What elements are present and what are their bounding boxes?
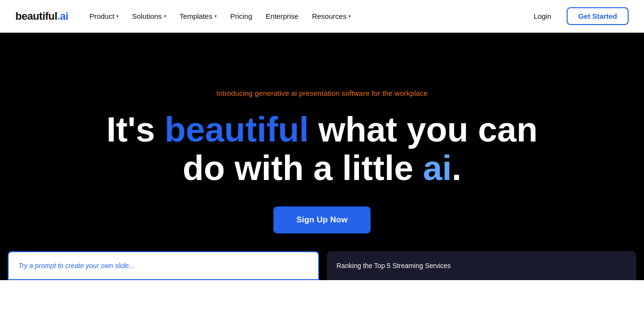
nav-templates-label: Templates <box>180 12 212 20</box>
preview-right-card: Ranking the Top 5 Streaming Services <box>327 251 636 280</box>
chevron-down-icon: ▾ <box>164 13 166 19</box>
nav-enterprise-label: Enterprise <box>266 12 298 20</box>
sign-up-button[interactable]: Sign Up Now <box>273 206 371 233</box>
nav-item-templates[interactable]: Templates ▾ <box>174 8 223 24</box>
chevron-down-icon: ▾ <box>214 13 217 19</box>
chevron-down-icon: ▾ <box>116 13 119 19</box>
navbar: beautiful.ai Product ▾ Solutions ▾ Templ… <box>0 0 644 33</box>
hero-heading-ai: ai <box>423 149 452 187</box>
get-started-button[interactable]: Get Started <box>567 7 629 25</box>
nav-item-enterprise[interactable]: Enterprise <box>260 8 304 24</box>
nav-pricing-label: Pricing <box>230 12 252 20</box>
hero-heading-part1: It's <box>106 110 164 149</box>
preview-slide-title: Ranking the Top 5 Streaming Services <box>336 262 451 270</box>
logo-ai: ai <box>60 10 68 23</box>
nav-solutions-label: Solutions <box>132 12 162 20</box>
nav-item-pricing[interactable]: Pricing <box>224 8 258 24</box>
login-button[interactable]: Login <box>526 8 559 24</box>
hero-tagline: Introducing generative ai presentation s… <box>216 89 428 97</box>
hero-heading-beautiful: beautiful <box>165 110 309 149</box>
hero-section: Introducing generative ai presentation s… <box>0 33 644 280</box>
navbar-right: Login Get Started <box>526 7 629 25</box>
hero-heading: It's beautiful what you can do with a li… <box>106 111 538 187</box>
preview-left-card[interactable]: Try a prompt to create your own slide... <box>8 251 319 280</box>
chevron-down-icon: ▾ <box>348 13 351 19</box>
nav-item-resources[interactable]: Resources ▾ <box>306 8 357 24</box>
hero-heading-end: . <box>452 149 461 187</box>
preview-strip: Try a prompt to create your own slide...… <box>0 251 644 280</box>
nav-links: Product ▾ Solutions ▾ Templates ▾ Pricin… <box>84 8 357 24</box>
nav-product-label: Product <box>89 12 114 20</box>
nav-item-product[interactable]: Product ▾ <box>84 8 124 24</box>
logo-beautiful: beautiful <box>15 10 57 23</box>
nav-resources-label: Resources <box>312 12 347 20</box>
navbar-left: beautiful.ai Product ▾ Solutions ▾ Templ… <box>15 8 357 24</box>
logo[interactable]: beautiful.ai <box>15 10 68 23</box>
nav-item-solutions[interactable]: Solutions ▾ <box>126 8 172 24</box>
preview-prompt-text: Try a prompt to create your own slide... <box>18 262 135 270</box>
